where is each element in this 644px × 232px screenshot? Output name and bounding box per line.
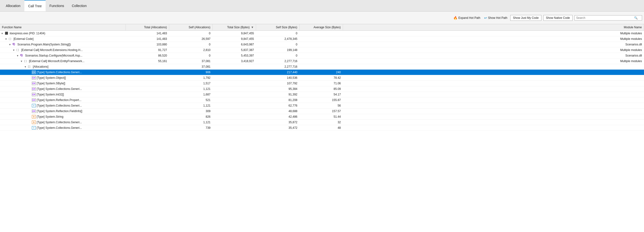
cell-self-alloc: 1,121: [169, 103, 212, 109]
tab-bar: Allocation Call Tree Functions Collectio…: [0, 0, 644, 12]
cell-avg-size: 56: [299, 103, 343, 109]
cell-self-alloc: 1,687: [169, 92, 212, 97]
cell-module: [343, 86, 644, 92]
cell-self-size: 2,277,716: [256, 59, 299, 64]
show-native-code-button[interactable]: Show Native Code: [543, 15, 572, 21]
table-row[interactable]: I [Type] System.Collections.Generi... 1,…: [0, 103, 644, 109]
table-row[interactable]: C# [Type] System.Collections.Generi... 9…: [0, 70, 644, 75]
col-header-total-size[interactable]: Total Size (Bytes) ▼: [212, 24, 256, 31]
cell-self-alloc: 309: [169, 109, 212, 114]
cell-self-alloc: 2,810: [169, 47, 212, 53]
cell-self-alloc: 1,121: [169, 86, 212, 92]
no-expand: [28, 110, 31, 113]
no-expand: [28, 127, 31, 129]
cell-total-size: [212, 109, 256, 114]
col-header-self-size[interactable]: Self Size (Bytes): [256, 24, 299, 31]
cell-total-size: [212, 92, 256, 97]
expand-down-icon[interactable]: ▼: [12, 49, 16, 52]
cell-total-size: [212, 103, 256, 109]
table-row[interactable]: ▼ { } [External Call] Microsoft.EntityFr…: [0, 59, 644, 64]
cell-avg-size: 48: [299, 125, 343, 131]
cell-avg-size: 32: [299, 120, 343, 125]
cell-total-size: 9,847,455: [212, 31, 256, 36]
table-row[interactable]: C# [Type] System.Reflection.FieldInfo[] …: [0, 109, 644, 114]
cell-avg-size: [299, 59, 343, 64]
cell-self-size: 2,277,716: [256, 64, 299, 70]
cell-self-size: 140,536: [256, 75, 299, 81]
cell-self-size: 48,688: [256, 109, 299, 114]
cell-module: Multiple modules: [343, 47, 644, 53]
cell-self-size: 217,440: [256, 70, 299, 75]
cell-total-alloc: [126, 109, 169, 114]
table-row[interactable]: I [Type] System.Collections.Generi... 73…: [0, 125, 644, 131]
col-header-module[interactable]: Module Name: [343, 24, 644, 31]
table-row[interactable]: C# [Type] System.Object[] 1,792140,53678…: [0, 75, 644, 81]
col-header-avg-size[interactable]: Average Size (Bytes): [299, 24, 343, 31]
function-name-text: [Type] System.Collections.Generi...: [37, 121, 82, 124]
tab-call-tree[interactable]: Call Tree: [24, 0, 46, 11]
cell-self-size: 0: [256, 42, 299, 47]
col-header-total-alloc[interactable]: Total (Allocations): [126, 24, 169, 31]
func-icon: f(): [12, 43, 16, 46]
expand-down-icon[interactable]: ▼: [1, 32, 4, 35]
function-name-text: [External Call] Microsoft.EntityFramewor…: [29, 60, 84, 63]
table-row[interactable]: ▼ [ ] [Allocations] 37,0812,277,716: [0, 64, 644, 70]
expand-down-icon[interactable]: ▼: [16, 54, 19, 57]
cell-function-name: C# [Type] System.Reflection.Propert...: [0, 97, 126, 103]
expand-down-icon[interactable]: ▼: [20, 60, 23, 63]
cell-self-alloc: 521: [169, 97, 212, 103]
cell-self-size: 62,776: [256, 103, 299, 109]
cell-module: [343, 92, 644, 97]
search-box[interactable]: 🔍: [574, 15, 642, 21]
cell-function-name: C# [Type] System.Collections.Generi...: [0, 86, 126, 92]
no-expand: [28, 99, 31, 102]
cell-function-name: C# [Type] System.SByte[]: [0, 81, 126, 86]
cell-module: [343, 120, 644, 125]
table-row[interactable]: ▼ f() Scenarios.Program.Main(System.Stri…: [0, 42, 644, 47]
table-row[interactable]: ▼ { } [External Call] Microsoft.Extensio…: [0, 47, 644, 53]
tab-allocation[interactable]: Allocation: [2, 0, 24, 11]
expand-hot-path-item[interactable]: 🔥 Expand Hot Path: [452, 16, 481, 20]
cell-avg-size: [299, 31, 343, 36]
ext-icon: { }: [9, 37, 12, 41]
cell-total-alloc: 55,161: [126, 59, 169, 64]
expand-down-icon[interactable]: ▼: [5, 38, 8, 40]
col-total-alloc-label: Total (Allocations): [144, 26, 167, 29]
cell-function-name: C# [Type] System.Object[]: [0, 75, 126, 81]
cell-total-size: [212, 125, 256, 131]
cell-total-alloc: 141,483: [126, 36, 169, 42]
table-row[interactable]: S [Type] System.Collections.Generi... 1,…: [0, 120, 644, 125]
show-hot-path-item[interactable]: ↩ Show Hot Path: [483, 16, 508, 20]
table-row[interactable]: C# [Type] System.SByte[] 1,517107,79271.…: [0, 81, 644, 86]
search-input[interactable]: [576, 16, 634, 20]
table-row[interactable]: C# [Type] System.Collections.Generi... 1…: [0, 86, 644, 92]
cell-total-size: [212, 81, 256, 86]
cell-function-name: ▼ f() Scenarios.Program.Main(System.Stri…: [0, 42, 126, 47]
tab-functions[interactable]: Functions: [46, 0, 68, 11]
cell-avg-size: [299, 42, 343, 47]
no-expand: [28, 71, 31, 74]
cell-function-name: ▼ { } [External Call] Microsoft.Extensio…: [0, 47, 126, 53]
table-row[interactable]: C# [Type] System.Int32[] 1,68791,39254.1…: [0, 92, 644, 97]
col-header-function[interactable]: Function Name: [0, 24, 126, 31]
table-row[interactable]: C# [Type] System.Reflection.Propert... 5…: [0, 97, 644, 103]
col-header-self-alloc[interactable]: Self (Allocations): [169, 24, 212, 31]
exe-icon: ⬛: [5, 32, 9, 35]
cell-self-alloc: 739: [169, 125, 212, 131]
cell-total-alloc: 91,727: [126, 47, 169, 53]
table-row[interactable]: S [Type] System.String 82642,48651.44: [0, 114, 644, 120]
cell-self-alloc: 1,792: [169, 75, 212, 81]
table-row[interactable]: ▼ f() Scenarios.Startup.Configure(Micros…: [0, 53, 644, 59]
cell-total-alloc: [126, 70, 169, 75]
table-row[interactable]: ▼ ⬛ iisexpress.exe (PID: 11404) 141,4830…: [0, 31, 644, 36]
cell-self-size: 35,472: [256, 125, 299, 131]
expand-down-icon[interactable]: ▼: [9, 43, 12, 46]
table-row[interactable]: ▼ { } [External Code] 141,48326,5979,847…: [0, 36, 644, 42]
cell-avg-size: [299, 36, 343, 42]
tab-collection[interactable]: Collection: [68, 0, 90, 11]
expand-down-icon[interactable]: ▼: [24, 66, 27, 68]
col-module-label: Module Name: [624, 26, 642, 29]
cell-avg-size: 71.06: [299, 81, 343, 86]
cell-function-name: I [Type] System.Collections.Generi...: [0, 103, 126, 109]
show-just-my-code-button[interactable]: Show Just My Code: [510, 15, 542, 21]
